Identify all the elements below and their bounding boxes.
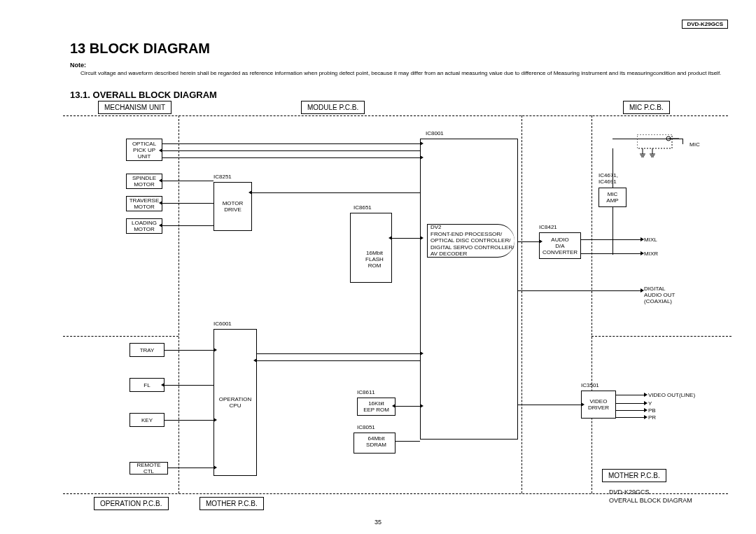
wire (392, 238, 420, 239)
wire (162, 203, 214, 204)
page-title: 13 BLOCK DIAGRAM (70, 41, 210, 57)
motor-drive-block: MOTOR DRIVE (214, 182, 252, 231)
footer-caption: OVERALL BLOCK DIAGRAM (609, 497, 692, 504)
wire (164, 350, 214, 351)
mic-label: MIC (690, 141, 700, 148)
divider (63, 115, 728, 116)
wire (616, 417, 644, 418)
wire (616, 395, 644, 395)
divider (522, 115, 522, 493)
key-block: KEY (130, 413, 164, 427)
eeprom-block: 16Kbit EEP ROM (357, 398, 396, 416)
traverse-motor-block: TRAVERSE MOTOR (126, 196, 162, 211)
section-mother1: MOTHER P.C.B. (200, 497, 264, 510)
ic4671-label: IC4671, IC4691 (598, 172, 618, 185)
dv2-inner-bracket (427, 224, 514, 258)
wire (162, 150, 420, 151)
ic8251-label: IC8251 (214, 174, 232, 180)
wire (581, 253, 640, 254)
flash-rom-block (350, 213, 392, 283)
operation-cpu-block: OPERATION CPU (214, 329, 257, 476)
section-operation: OPERATION P.C.B. (94, 497, 169, 510)
wire (518, 405, 581, 405)
model-badge: DVD-K29GCS (682, 20, 728, 29)
divider (592, 115, 592, 493)
mixr-label: MIXR (644, 251, 658, 257)
pb-label: PB (648, 407, 656, 414)
tray-block: TRAY (130, 343, 164, 357)
wire (612, 148, 613, 188)
divider (592, 336, 732, 337)
wire (252, 192, 420, 193)
ic8651-label: IC8651 (354, 204, 372, 211)
video-out-label: VIDEO OUT(LINE) (648, 392, 695, 398)
wire (257, 353, 420, 354)
block-diagram: MECHANISM UNIT MODULE P.C.B. MIC P.C.B. … (63, 98, 728, 511)
loading-motor-block: LOADING MOTOR (126, 218, 162, 234)
svg-rect-0 (637, 134, 672, 148)
wire (518, 241, 539, 242)
wire (413, 406, 420, 407)
ic8421-label: IC8421 (539, 224, 557, 230)
wire (164, 385, 214, 386)
note-text: Circuit voltage and waveform described h… (80, 70, 728, 77)
section-mic: MIC P.C.B. (623, 101, 670, 114)
footer-model: DVD-K29GCS (609, 489, 650, 496)
section-mechanism: MECHANISM UNIT (98, 101, 172, 114)
wire (164, 420, 214, 421)
pr-label: PR (648, 414, 656, 421)
wire (616, 410, 644, 411)
remote-block: REMOTE CTL (130, 462, 168, 475)
y-label: Y (648, 400, 652, 407)
page: DVD-K29GCS 13 BLOCK DIAGRAM Note: Circui… (0, 0, 756, 534)
spindle-motor-block: SPINDLE MOTOR (126, 174, 162, 189)
mixl-label: MIXL (644, 237, 657, 243)
ic8051-label: IC8051 (357, 424, 375, 430)
wire (392, 238, 393, 239)
video-driver-block: VIDEO DRIVER (581, 391, 616, 419)
wire (581, 239, 640, 240)
ic3501-label: IC3501 (581, 382, 599, 388)
sdram-block (354, 433, 396, 454)
wire (682, 139, 683, 144)
page-number: 35 (374, 519, 382, 526)
audio-da-block: AUDIO D/A CONVERTER (539, 232, 581, 259)
wire (396, 441, 420, 442)
wire (396, 406, 396, 407)
wire (162, 157, 420, 158)
section-mother2: MOTHER P.C.B. (602, 469, 666, 482)
mic-amp-block: MIC AMP (598, 188, 626, 207)
divider (63, 336, 178, 337)
dv2-outer-block (420, 139, 518, 440)
ic6001-label: IC6001 (214, 321, 232, 327)
wire (612, 207, 613, 255)
section-module: MODULE P.C.B. (301, 101, 365, 114)
wire (518, 290, 640, 291)
wire (168, 468, 214, 468)
wire (162, 143, 420, 144)
digital-out-label: DIGITAL AUDIO OUT (COAXIAL) (644, 286, 675, 304)
note-label: Note: (70, 62, 86, 69)
wire (162, 225, 214, 226)
fl-block: FL (130, 378, 164, 392)
wire (257, 360, 420, 361)
ic8611-label: IC8611 (357, 389, 375, 395)
wire (612, 139, 682, 139)
wire (616, 403, 644, 404)
wire (252, 192, 259, 193)
divider (178, 115, 179, 493)
optical-pickup-block: OPTICAL PICK UP UNIT (126, 139, 162, 161)
wire (162, 181, 214, 181)
ic8001-label: IC8001 (426, 130, 444, 136)
